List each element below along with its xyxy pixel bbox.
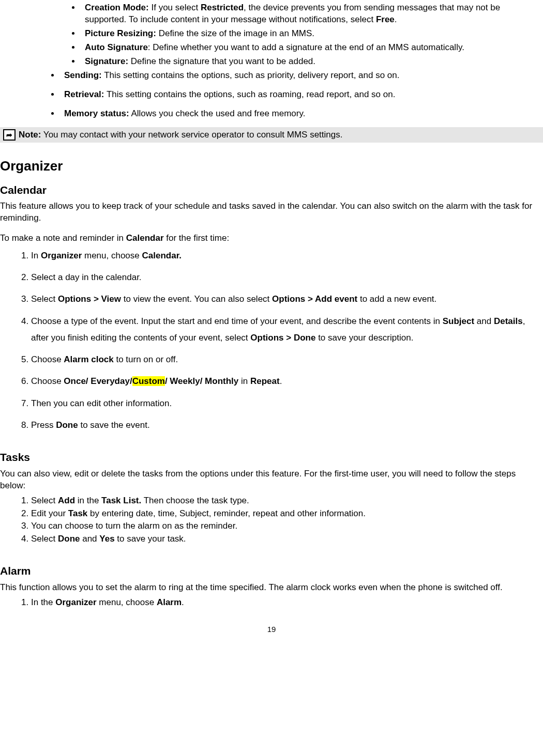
tasks-heading: Tasks	[0, 450, 543, 465]
calendar-lead: To make a note and reminder in Calendar …	[0, 233, 543, 244]
calendar-heading: Calendar	[0, 183, 543, 197]
note-text: Note: You may contact with your network …	[19, 129, 342, 141]
note-box: ➦ Note: You may contact with your networ…	[0, 127, 543, 143]
step-item: Choose Once/ Everyday/Custom/ Weekly/ Mo…	[31, 373, 543, 390]
step-item: Edit your Task by entering date, time, S…	[31, 508, 543, 520]
page-number: 19	[0, 624, 543, 635]
note-arrow-icon: ➦	[3, 129, 16, 141]
list-item: Retrieval: This setting contains the opt…	[60, 89, 543, 101]
alarm-heading: Alarm	[0, 564, 543, 578]
organizer-heading: Organizer	[0, 157, 543, 175]
document-page: Creation Mode: If you select Restricted,…	[0, 2, 543, 650]
mms-outer-list: Sending: This setting contains the optio…	[60, 70, 543, 120]
step-item: You can choose to turn the alarm on as t…	[31, 520, 543, 532]
calendar-intro: This feature allows you to keep track of…	[0, 200, 543, 224]
step-item: Select Add in the Task List. Then choose…	[31, 495, 543, 507]
alarm-steps: In the Organizer menu, choose Alarm.	[0, 597, 543, 609]
step-item: Select Done and Yes to save your task.	[31, 533, 543, 545]
step-item: Choose Alarm clock to turn on or off.	[31, 351, 543, 368]
list-item: Signature: Define the signature that you…	[81, 56, 543, 68]
tasks-intro: You can also view, edit or delete the ta…	[0, 468, 543, 492]
step-item: Press Done to save the event.	[31, 417, 543, 434]
note-label: Note:	[19, 130, 41, 140]
step-item: Select a day in the calendar.	[31, 269, 543, 286]
list-item: Auto Signature: Define whether you want …	[81, 42, 543, 54]
mms-inner-list: Creation Mode: If you select Restricted,…	[81, 2, 543, 68]
step-item: Choose a type of the event. Input the st…	[31, 313, 543, 347]
alarm-intro: This function allows you to set the alar…	[0, 582, 543, 594]
calendar-steps: In Organizer menu, choose Calendar.Selec…	[0, 248, 543, 434]
step-item: Select Options > View to view the event.…	[31, 291, 543, 307]
list-item: Sending: This setting contains the optio…	[60, 70, 543, 82]
step-item: In Organizer menu, choose Calendar.	[31, 248, 543, 264]
step-item: Then you can edit other information.	[31, 395, 543, 412]
tasks-steps: Select Add in the Task List. Then choose…	[0, 495, 543, 546]
note-body: You may contact with your network servic…	[41, 130, 342, 140]
list-item: Memory status: Allows you check the used…	[60, 108, 543, 120]
step-item: In the Organizer menu, choose Alarm.	[31, 597, 543, 609]
list-item: Picture Resizing: Define the size of the…	[81, 28, 543, 40]
list-item: Creation Mode: If you select Restricted,…	[81, 2, 543, 26]
